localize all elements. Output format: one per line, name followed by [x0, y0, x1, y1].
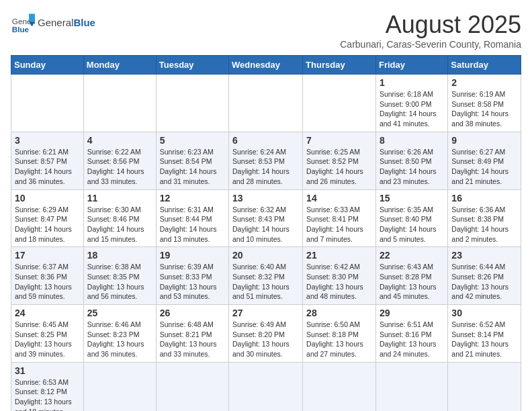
calendar-cell: 7Sunrise: 6:25 AM Sunset: 8:52 PM Daylig… — [303, 132, 376, 189]
day-info: Sunrise: 6:49 AM Sunset: 8:20 PM Dayligh… — [232, 320, 299, 359]
calendar-cell: 23Sunrise: 6:44 AM Sunset: 8:26 PM Dayli… — [448, 247, 521, 305]
day-info: Sunrise: 6:36 AM Sunset: 8:38 PM Dayligh… — [451, 205, 517, 244]
day-info: Sunrise: 6:45 AM Sunset: 8:25 PM Dayligh… — [15, 320, 80, 359]
day-info: Sunrise: 6:31 AM Sunset: 8:44 PM Dayligh… — [160, 205, 225, 244]
column-header-wednesday: Wednesday — [229, 56, 303, 75]
calendar-cell: 3Sunrise: 6:21 AM Sunset: 8:57 PM Daylig… — [11, 132, 84, 189]
calendar-week-row: 31Sunrise: 6:53 AM Sunset: 8:12 PM Dayli… — [11, 362, 521, 411]
day-info: Sunrise: 6:52 AM Sunset: 8:14 PM Dayligh… — [451, 320, 517, 359]
calendar-cell: 26Sunrise: 6:48 AM Sunset: 8:21 PM Dayli… — [156, 305, 228, 363]
general-blue-logo-icon: General Blue — [11, 11, 35, 35]
day-number: 30 — [451, 308, 517, 318]
day-number: 21 — [306, 250, 372, 261]
svg-marker-2 — [29, 14, 35, 22]
title-area: August 2025 Carbunari, Caras-Severin Cou… — [340, 11, 521, 50]
calendar-cell: 16Sunrise: 6:36 AM Sunset: 8:38 PM Dayli… — [448, 189, 521, 247]
calendar-header-row: SundayMondayTuesdayWednesdayThursdayFrid… — [11, 56, 521, 75]
calendar-cell: 22Sunrise: 6:43 AM Sunset: 8:28 PM Dayli… — [375, 247, 447, 305]
day-number: 27 — [232, 308, 299, 318]
calendar-cell — [303, 75, 376, 132]
column-header-tuesday: Tuesday — [156, 56, 228, 75]
day-number: 24 — [15, 308, 80, 318]
day-info: Sunrise: 6:39 AM Sunset: 8:33 PM Dayligh… — [160, 262, 225, 302]
day-info: Sunrise: 6:21 AM Sunset: 8:57 PM Dayligh… — [15, 147, 80, 187]
calendar-cell: 14Sunrise: 6:33 AM Sunset: 8:41 PM Dayli… — [303, 189, 376, 247]
day-info: Sunrise: 6:51 AM Sunset: 8:16 PM Dayligh… — [380, 320, 444, 359]
calendar-cell: 6Sunrise: 6:24 AM Sunset: 8:53 PM Daylig… — [229, 132, 303, 189]
day-info: Sunrise: 6:38 AM Sunset: 8:35 PM Dayligh… — [87, 262, 152, 302]
calendar-cell: 1Sunrise: 6:18 AM Sunset: 9:00 PM Daylig… — [375, 75, 447, 132]
calendar-cell: 17Sunrise: 6:37 AM Sunset: 8:36 PM Dayli… — [11, 247, 84, 305]
calendar-cell: 29Sunrise: 6:51 AM Sunset: 8:16 PM Dayli… — [375, 305, 447, 363]
day-info: Sunrise: 6:27 AM Sunset: 8:49 PM Dayligh… — [451, 147, 517, 187]
calendar-cell: 4Sunrise: 6:22 AM Sunset: 8:56 PM Daylig… — [83, 132, 156, 189]
day-number: 16 — [451, 193, 517, 203]
calendar-cell — [303, 362, 376, 411]
day-number: 17 — [15, 250, 80, 261]
day-number: 7 — [306, 135, 372, 146]
column-header-monday: Monday — [83, 56, 156, 75]
calendar-cell — [229, 362, 303, 411]
day-info: Sunrise: 6:40 AM Sunset: 8:32 PM Dayligh… — [232, 262, 299, 302]
day-info: Sunrise: 6:48 AM Sunset: 8:21 PM Dayligh… — [160, 320, 225, 359]
calendar-table: SundayMondayTuesdayWednesdayThursdayFrid… — [11, 55, 521, 411]
day-info: Sunrise: 6:44 AM Sunset: 8:26 PM Dayligh… — [451, 262, 517, 302]
day-number: 11 — [87, 193, 152, 203]
day-number: 20 — [232, 250, 299, 261]
logo-text: GeneralBlue — [38, 17, 95, 29]
calendar-cell — [83, 362, 156, 411]
calendar-cell — [229, 75, 303, 132]
day-number: 23 — [451, 250, 517, 261]
day-number: 3 — [15, 135, 80, 146]
calendar-cell: 11Sunrise: 6:30 AM Sunset: 8:46 PM Dayli… — [83, 189, 156, 247]
logo: General Blue GeneralBlue — [11, 11, 95, 35]
day-number: 9 — [451, 135, 517, 146]
day-number: 2 — [451, 77, 517, 88]
calendar-cell — [83, 75, 156, 132]
calendar-cell: 10Sunrise: 6:29 AM Sunset: 8:47 PM Dayli… — [11, 189, 84, 247]
day-number: 31 — [15, 365, 80, 376]
day-number: 4 — [87, 135, 152, 146]
calendar-cell — [375, 362, 447, 411]
day-info: Sunrise: 6:18 AM Sunset: 9:00 PM Dayligh… — [380, 89, 444, 129]
calendar-cell: 2Sunrise: 6:19 AM Sunset: 8:58 PM Daylig… — [448, 75, 521, 132]
calendar-cell: 27Sunrise: 6:49 AM Sunset: 8:20 PM Dayli… — [229, 305, 303, 363]
day-number: 29 — [380, 308, 444, 318]
day-info: Sunrise: 6:46 AM Sunset: 8:23 PM Dayligh… — [87, 320, 152, 359]
day-number: 13 — [232, 193, 299, 203]
day-number: 5 — [160, 135, 225, 146]
day-info: Sunrise: 6:24 AM Sunset: 8:53 PM Dayligh… — [232, 147, 299, 187]
day-info: Sunrise: 6:23 AM Sunset: 8:54 PM Dayligh… — [160, 147, 225, 187]
day-number: 19 — [160, 250, 225, 261]
calendar-cell: 19Sunrise: 6:39 AM Sunset: 8:33 PM Dayli… — [156, 247, 228, 305]
day-number: 6 — [232, 135, 299, 146]
calendar-cell: 5Sunrise: 6:23 AM Sunset: 8:54 PM Daylig… — [156, 132, 228, 189]
calendar-week-row: 10Sunrise: 6:29 AM Sunset: 8:47 PM Dayli… — [11, 189, 521, 247]
column-header-friday: Friday — [375, 56, 447, 75]
calendar-cell — [156, 75, 228, 132]
day-number: 15 — [380, 193, 444, 203]
day-info: Sunrise: 6:25 AM Sunset: 8:52 PM Dayligh… — [306, 147, 372, 187]
day-number: 12 — [160, 193, 225, 203]
calendar-cell — [156, 362, 228, 411]
calendar-cell: 24Sunrise: 6:45 AM Sunset: 8:25 PM Dayli… — [11, 305, 84, 363]
day-number: 28 — [306, 308, 372, 318]
day-info: Sunrise: 6:50 AM Sunset: 8:18 PM Dayligh… — [306, 320, 372, 359]
day-number: 10 — [15, 193, 80, 203]
calendar-cell — [11, 75, 84, 132]
day-info: Sunrise: 6:43 AM Sunset: 8:28 PM Dayligh… — [380, 262, 444, 302]
calendar-week-row: 3Sunrise: 6:21 AM Sunset: 8:57 PM Daylig… — [11, 132, 521, 189]
day-number: 1 — [380, 77, 444, 88]
day-number: 22 — [380, 250, 444, 261]
calendar-week-row: 24Sunrise: 6:45 AM Sunset: 8:25 PM Dayli… — [11, 305, 521, 363]
day-info: Sunrise: 6:22 AM Sunset: 8:56 PM Dayligh… — [87, 147, 152, 187]
calendar-week-row: 17Sunrise: 6:37 AM Sunset: 8:36 PM Dayli… — [11, 247, 521, 305]
page-header: General Blue GeneralBlue August 2025 Car… — [11, 11, 521, 50]
logo-blue: Blue — [73, 17, 95, 28]
calendar-cell: 18Sunrise: 6:38 AM Sunset: 8:35 PM Dayli… — [83, 247, 156, 305]
calendar-cell — [448, 362, 521, 411]
calendar-cell: 9Sunrise: 6:27 AM Sunset: 8:49 PM Daylig… — [448, 132, 521, 189]
column-header-sunday: Sunday — [11, 56, 84, 75]
day-info: Sunrise: 6:30 AM Sunset: 8:46 PM Dayligh… — [87, 205, 152, 244]
calendar-cell: 13Sunrise: 6:32 AM Sunset: 8:43 PM Dayli… — [229, 189, 303, 247]
